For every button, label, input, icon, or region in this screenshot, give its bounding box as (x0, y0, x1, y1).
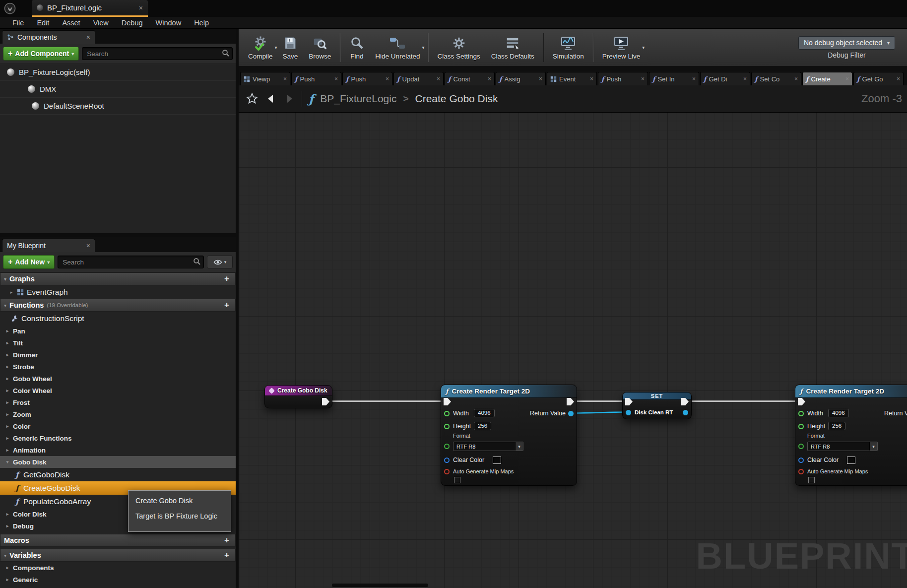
format-pin[interactable] (444, 444, 450, 449)
height-input[interactable]: 256 (828, 422, 845, 430)
preview-live-chevron-icon[interactable]: ▾ (642, 45, 645, 50)
add-component-button[interactable]: + Add Component ▾ (3, 47, 79, 61)
collapse-caret-icon[interactable]: ▸ (5, 364, 10, 369)
close-icon[interactable]: × (743, 75, 747, 82)
height-input[interactable]: 256 (474, 422, 491, 430)
collapse-caret-icon[interactable]: ▸ (5, 388, 10, 393)
unreal-logo[interactable] (0, 0, 20, 17)
node-set-disk-clean-rt[interactable]: SET Disk Clean RT (622, 392, 692, 419)
graph-tab-push-2[interactable]: ƒPush× (342, 72, 392, 85)
close-icon[interactable]: × (897, 75, 900, 82)
close-icon[interactable]: × (692, 75, 696, 82)
exec-out-pin[interactable] (567, 398, 574, 405)
compile-button[interactable]: Compile (243, 29, 278, 66)
return-value-pin[interactable] (568, 411, 574, 416)
function-category-animation[interactable]: ▸Animation (0, 444, 236, 456)
components-search-input[interactable] (82, 47, 233, 60)
graph-tab-update[interactable]: ƒUpdat× (393, 72, 444, 85)
width-input[interactable]: 4096 (474, 409, 495, 417)
add-graph-icon[interactable]: + (222, 274, 232, 284)
add-function-icon[interactable]: + (222, 300, 232, 310)
simulation-button[interactable]: Simulation (547, 29, 589, 66)
function-category-color-wheel[interactable]: ▸Color Wheel (0, 385, 236, 396)
graph-tab-get-di[interactable]: ƒGet Di× (700, 72, 750, 85)
close-icon[interactable]: × (845, 75, 849, 82)
function-category-gobo-disk[interactable]: ▾Gobo Disk (0, 456, 236, 468)
debug-object-dropdown[interactable]: No debug object selected ▾ (798, 36, 895, 50)
disk-clean-rt-in-pin[interactable] (626, 410, 631, 415)
list-item-constructionscript[interactable]: ConstructionScript (0, 312, 236, 325)
collapse-caret-icon[interactable]: ▸ (5, 436, 10, 441)
graph-tab-set-co[interactable]: ƒSet Co× (751, 72, 801, 85)
function-category-pan[interactable]: ▸Pan (0, 325, 236, 337)
function-category-zoom[interactable]: ▸Zoom (0, 408, 236, 420)
tab-components[interactable]: Components × (2, 30, 95, 44)
close-icon[interactable]: × (139, 4, 143, 12)
asset-tab-bp-fixturelogic[interactable]: BP_FixtureLogic × (32, 0, 148, 17)
node-create-gobo-disk-entry[interactable]: Create Gobo Disk (264, 385, 332, 408)
my-blueprint-search-input[interactable] (58, 256, 204, 268)
collapse-caret-icon[interactable]: ▸ (5, 523, 10, 528)
expand-caret-icon[interactable]: ▾ (4, 303, 6, 308)
clear-color-pin[interactable] (444, 457, 450, 463)
expand-caret-icon[interactable]: ▾ (4, 553, 6, 558)
width-input[interactable]: 4096 (828, 409, 849, 417)
menu-help[interactable]: Help (188, 17, 215, 28)
close-icon[interactable]: × (334, 75, 338, 82)
exec-in-pin[interactable] (798, 398, 805, 405)
graph-tab-push-3[interactable]: ƒPush× (598, 72, 648, 85)
collapse-caret-icon[interactable]: ▸ (5, 512, 10, 517)
add-variable-icon[interactable]: + (222, 550, 232, 560)
tab-my-blueprint[interactable]: My Blueprint × (2, 239, 95, 252)
close-icon[interactable]: × (488, 75, 491, 82)
breadcrumb-graph[interactable]: Create Gobo Disk (415, 93, 498, 105)
format-dropdown[interactable]: RTF R8 ▾ (807, 442, 878, 451)
function-category-color[interactable]: ▸Color (0, 420, 236, 432)
hide-unrelated-chevron-icon[interactable]: ▾ (422, 45, 424, 50)
menu-debug[interactable]: Debug (115, 17, 149, 28)
graph-tab-get-go[interactable]: ƒGet Go× (853, 72, 904, 85)
close-icon[interactable]: × (794, 75, 798, 82)
variable-category-components[interactable]: ▸Components (0, 562, 236, 574)
format-pin[interactable] (798, 444, 804, 449)
graph-tab-viewport[interactable]: Viewp × (240, 72, 290, 85)
tree-item-self[interactable]: BP_FixtureLogic(self) (0, 64, 236, 81)
browse-button[interactable]: Browse (303, 29, 336, 66)
collapse-caret-icon[interactable]: ▸ (5, 400, 10, 405)
collapse-caret-icon[interactable]: ▸ (5, 448, 10, 453)
tree-item-defaultsceneroot[interactable]: DefaultSceneRoot (0, 98, 236, 115)
clear-color-swatch[interactable] (493, 457, 501, 464)
forward-arrow-icon[interactable] (283, 93, 295, 105)
function-category-generic-functions[interactable]: ▸Generic Functions (0, 432, 236, 444)
height-pin[interactable] (444, 424, 450, 429)
clear-color-pin[interactable] (798, 457, 804, 463)
height-pin[interactable] (798, 424, 804, 429)
menu-file[interactable]: File (6, 17, 30, 28)
back-arrow-icon[interactable] (265, 93, 277, 105)
exec-in-pin[interactable] (444, 398, 451, 405)
close-icon[interactable]: × (539, 75, 542, 82)
collapse-caret-icon[interactable]: ▸ (5, 577, 10, 582)
add-new-button[interactable]: + Add New ▾ (3, 255, 55, 269)
function-category-dimmer[interactable]: ▸Dimmer (0, 349, 236, 361)
menu-asset[interactable]: Asset (56, 17, 86, 28)
function-category-frost[interactable]: ▸Frost (0, 396, 236, 408)
find-button[interactable]: Find (344, 29, 370, 66)
collapse-caret-icon[interactable]: ▸ (9, 290, 14, 295)
expand-caret-icon[interactable]: ▾ (4, 276, 6, 282)
graph-tab-event[interactable]: Event × (547, 72, 597, 85)
collapse-caret-icon[interactable]: ▸ (5, 424, 10, 429)
list-item-eventgraph[interactable]: ▸ EventGraph (0, 285, 236, 299)
canvas-horizontal-scrollbar[interactable] (332, 584, 428, 587)
expand-caret-icon[interactable]: ▾ (5, 459, 10, 464)
preview-live-button[interactable]: Preview Live (597, 29, 646, 66)
auto-generate-mip-maps-checkbox[interactable] (808, 477, 815, 483)
menu-view[interactable]: View (87, 17, 115, 28)
close-icon[interactable]: × (86, 242, 90, 250)
collapse-caret-icon[interactable]: ▸ (5, 412, 10, 417)
width-pin[interactable] (444, 411, 450, 416)
function-category-tilt[interactable]: ▸Tilt (0, 337, 236, 349)
list-item-getgobodisk[interactable]: ƒGetGoboDisk (0, 468, 236, 481)
menu-window[interactable]: Window (149, 17, 188, 28)
clear-color-swatch[interactable] (847, 457, 855, 464)
